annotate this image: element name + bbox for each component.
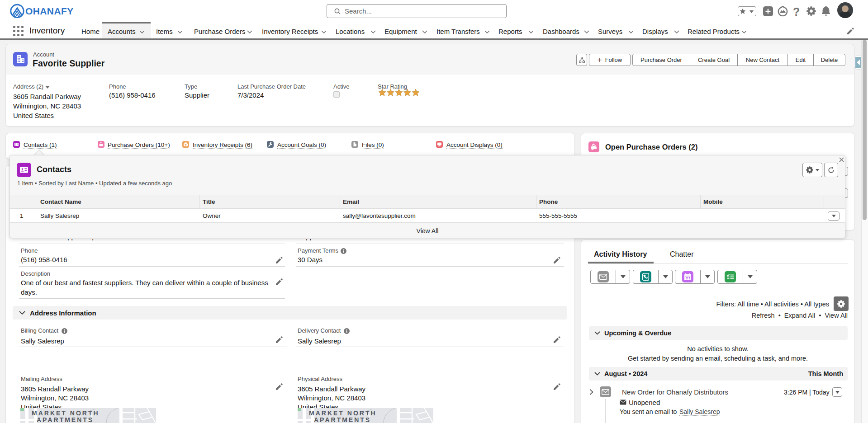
svg-text:OHANAFY: OHANAFY (25, 6, 74, 16)
svg-text:MARKET NORTH: MARKET NORTH (309, 409, 377, 417)
svg-text:MARKET NORTH: MARKET NORTH (32, 409, 100, 417)
svg-text:APARTMENTS: APARTMENTS (314, 416, 371, 423)
svg-text:APARTMENTS: APARTMENTS (37, 416, 94, 423)
